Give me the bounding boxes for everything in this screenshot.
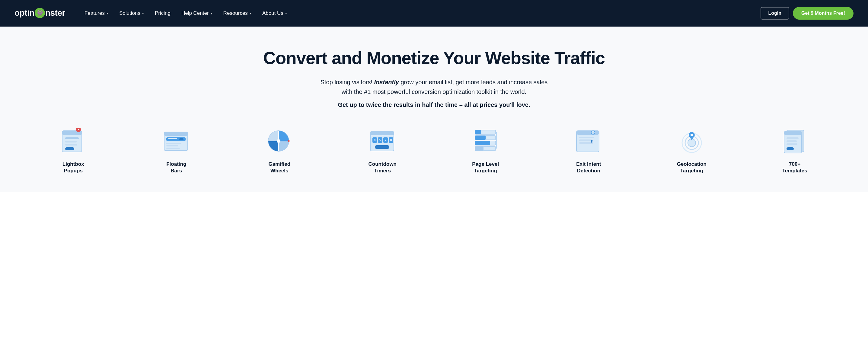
hero-section: Convert and Monetize Your Website Traffi… [0, 27, 868, 192]
lightbox-icon: × [58, 128, 88, 155]
svg-text:0: 0 [390, 139, 392, 142]
feature-lightbox-popups: × LightboxPopups [22, 128, 125, 174]
feature-gamified-wheels: GamifiedWheels [228, 128, 331, 174]
svg-marker-22 [288, 140, 291, 142]
chevron-down-icon: ▾ [250, 11, 251, 16]
feature-page-level-targeting-label: Page LevelTargeting [472, 161, 499, 174]
logo-monster-icon: 👾 [35, 8, 45, 18]
chevron-down-icon: ▾ [142, 11, 144, 16]
feature-gamified-wheels-label: GamifiedWheels [268, 161, 290, 174]
svg-point-21 [277, 139, 280, 143]
gamified-wheels-icon [265, 128, 294, 155]
svg-rect-46 [577, 131, 599, 135]
svg-rect-61 [786, 137, 799, 139]
geolocation-icon [677, 128, 707, 155]
svg-rect-11 [164, 132, 188, 136]
svg-rect-9 [65, 147, 74, 150]
hero-subtitle: Stop losing visitors! Instantly grow you… [316, 77, 552, 97]
navbar-actions: Login Get 9 Months Free! [761, 7, 854, 20]
feature-exit-intent-label: Exit IntentDetection [576, 161, 601, 174]
chevron-down-icon: ▾ [106, 11, 108, 16]
svg-rect-39 [475, 141, 490, 145]
nav-features[interactable]: Features ▾ [80, 7, 113, 19]
nav-solutions[interactable]: Solutions ▾ [114, 7, 149, 19]
page-level-targeting-icon [470, 128, 501, 155]
svg-rect-37 [475, 136, 486, 140]
svg-rect-14 [179, 138, 184, 140]
svg-rect-35 [475, 130, 481, 134]
svg-rect-62 [786, 140, 797, 142]
svg-rect-8 [65, 144, 77, 146]
feature-countdown-timers-label: CountdownTimers [369, 161, 397, 174]
svg-rect-15 [166, 143, 181, 144]
svg-rect-6 [65, 137, 79, 139]
logo-text: optin👾nster [14, 8, 65, 19]
nav-menu: Features ▾ Solutions ▾ Pricing Help Cent… [80, 7, 761, 19]
svg-text:👾: 👾 [36, 10, 43, 16]
templates-icon [780, 128, 810, 155]
svg-rect-47 [579, 137, 594, 138]
exit-intent-icon: × [574, 128, 603, 155]
svg-rect-33 [375, 145, 389, 149]
svg-rect-60 [784, 131, 802, 135]
nav-pricing[interactable]: Pricing [150, 7, 175, 19]
feature-exit-intent: × Exit IntentDetection [537, 128, 641, 174]
nav-about-us[interactable]: About Us ▾ [257, 7, 292, 19]
feature-templates: 700+Templates [743, 128, 846, 174]
hero-subtitle-line3: Get up to twice the results in half the … [12, 101, 856, 108]
feature-countdown-timers: 0 5 2 0 CountdownTimers [331, 128, 434, 174]
feature-templates-label: 700+Templates [782, 161, 807, 174]
svg-rect-13 [168, 138, 177, 139]
svg-text:×: × [78, 128, 80, 131]
nav-help-center[interactable]: Help Center ▾ [177, 7, 217, 19]
cta-button[interactable]: Get 9 Months Free! [793, 7, 854, 20]
svg-rect-48 [579, 140, 592, 141]
feature-floating-bars-label: FloatingBars [166, 161, 186, 174]
hero-title: Convert and Monetize Your Website Traffi… [12, 48, 856, 68]
svg-rect-17 [166, 148, 180, 149]
svg-rect-64 [786, 147, 794, 150]
feature-geolocation-label: GeolocationTargeting [677, 161, 707, 174]
svg-rect-41 [475, 146, 484, 151]
svg-rect-24 [370, 131, 394, 135]
feature-lightbox-label: LightboxPopups [62, 161, 84, 174]
svg-rect-63 [786, 143, 797, 145]
feature-page-level-targeting: Page LevelTargeting [434, 128, 537, 174]
svg-rect-49 [579, 142, 593, 144]
chevron-down-icon: ▾ [211, 11, 213, 16]
svg-rect-16 [166, 145, 178, 146]
features-grid: × LightboxPopups [12, 128, 856, 174]
svg-text:×: × [592, 132, 594, 134]
floating-bars-icon [161, 128, 191, 155]
svg-text:2: 2 [385, 139, 386, 142]
nav-resources[interactable]: Resources ▾ [218, 7, 256, 19]
feature-floating-bars: FloatingBars [125, 128, 228, 174]
login-button[interactable]: Login [761, 7, 789, 20]
svg-text:0: 0 [374, 139, 376, 142]
countdown-timers-icon: 0 5 2 0 [367, 128, 398, 155]
svg-text:5: 5 [379, 139, 381, 142]
svg-point-57 [690, 134, 693, 136]
logo[interactable]: optin👾nster [14, 8, 65, 19]
svg-rect-7 [65, 141, 77, 143]
navbar: optin👾nster Features ▾ Solutions ▾ Prici… [0, 0, 868, 27]
feature-geolocation: GeolocationTargeting [640, 128, 743, 174]
chevron-down-icon: ▾ [285, 11, 287, 16]
